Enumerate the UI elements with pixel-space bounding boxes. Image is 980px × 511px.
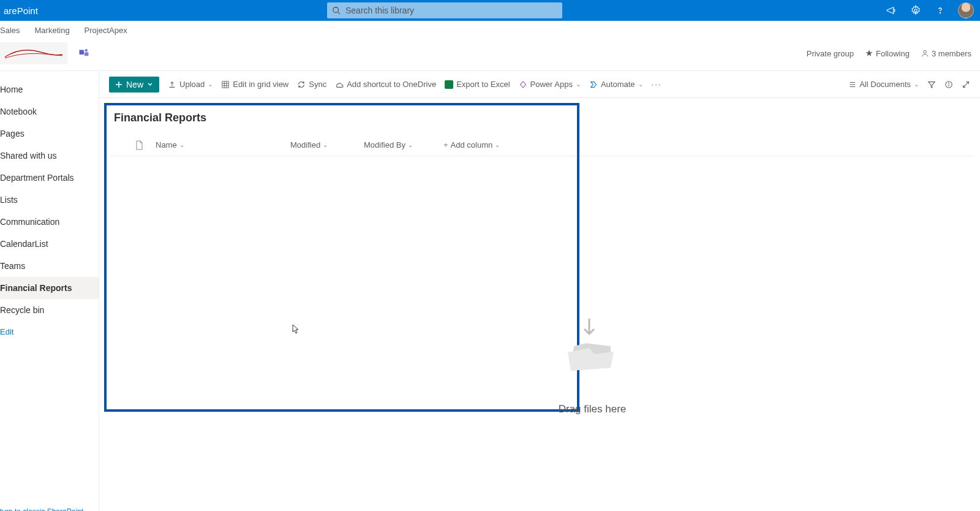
members-button[interactable]: 3 members [921,49,971,58]
chevron-down-icon: ⌄ [208,81,213,88]
classic-link[interactable]: turn to classic SharePoint [0,502,99,511]
nav-home[interactable]: Home [0,78,99,100]
site-header-right: Private group Following 3 members [807,49,980,58]
follow-button[interactable]: Following [865,49,910,58]
suite-bar: arePoint [0,0,980,21]
nav-financial-reports[interactable]: Financial Reports [0,277,99,299]
powerapps-button[interactable]: Power Apps ⌄ [519,80,581,89]
upload-label: Upload [179,80,205,89]
chevron-down-icon: ⌄ [576,81,581,88]
more-button[interactable]: ··· [652,80,662,89]
doc-icon [135,140,143,150]
shortcut-button[interactable]: Add shortcut to OneDrive [335,80,436,89]
col-add[interactable]: + Add column ⌄ [443,140,500,150]
sync-button[interactable]: Sync [297,80,326,89]
chevron-down-icon: ⌄ [179,142,184,148]
info-button[interactable] [944,80,953,89]
info-icon [944,80,953,89]
hub-link-projectapex[interactable]: ProjectApex [85,26,127,35]
chevron-down-icon: ⌄ [914,81,919,88]
cmd-bar-right: All Documents ⌄ [848,80,970,89]
chevron-down-icon: ⌄ [495,142,500,148]
svg-point-0 [333,7,339,13]
grid-label: Edit in grid view [233,80,288,89]
nav-pages[interactable]: Pages [0,123,99,145]
left-nav: Home Notebook Pages Shared with us Depar… [0,71,99,511]
hub-link-marketing[interactable]: Marketing [35,26,70,35]
nav-recycle[interactable]: Recycle bin [0,299,99,321]
search-box[interactable] [327,2,562,18]
svg-point-5 [85,49,88,52]
nav-lists[interactable]: Lists [0,189,99,211]
members-label: 3 members [932,49,971,58]
main: New Upload ⌄ Edit in grid view Sync Add … [99,71,980,511]
suite-right [884,2,980,18]
svg-rect-6 [85,52,89,56]
grid-icon [221,80,230,89]
upload-icon [168,80,176,89]
new-button[interactable]: New [109,77,159,93]
new-label: New [126,80,143,89]
col-modifiedby-label: Modified By [364,140,405,150]
export-button[interactable]: Export to Excel [445,80,510,89]
nav-teams[interactable]: Teams [0,255,99,277]
hub-link-sales[interactable]: Sales [0,26,20,35]
person-icon [921,49,929,58]
search-input[interactable] [345,6,557,15]
settings-gear-icon[interactable] [909,4,922,17]
col-modified-label: Modified [290,140,320,150]
svg-point-2 [914,9,918,12]
svg-point-7 [924,50,927,53]
col-modified[interactable]: Modified⌄ [290,140,364,150]
svg-rect-4 [80,50,85,55]
nav-edit-link[interactable]: Edit [0,321,99,343]
export-label: Export to Excel [456,80,510,89]
column-header-row: Name⌄ Modified⌄ Modified By⌄ + Add colum… [110,134,973,156]
automate-label: Automate [601,80,635,89]
library-title: Financial Reports [114,112,973,124]
svg-rect-8 [222,81,229,88]
megaphone-icon[interactable] [884,4,898,17]
chevron-down-icon: ⌄ [408,142,413,148]
sync-icon [297,80,306,89]
chevron-down-icon [147,81,153,88]
automate-icon [589,80,598,89]
filter-button[interactable] [927,80,936,89]
body: Home Notebook Pages Shared with us Depar… [0,71,980,511]
sync-label: Sync [309,80,326,89]
star-icon [865,49,873,58]
upload-button[interactable]: Upload ⌄ [168,80,213,89]
nav-calendar[interactable]: CalendarList [0,233,99,255]
expand-button[interactable] [962,80,970,89]
cursor-icon [292,324,300,336]
expand-icon [962,80,970,89]
nav-shared[interactable]: Shared with us [0,145,99,167]
folder-drop-icon [552,312,632,392]
chevron-down-icon: ⌄ [323,142,328,148]
automate-button[interactable]: Automate ⌄ [589,80,643,89]
svg-line-1 [338,12,341,15]
nav-comm[interactable]: Communication [0,211,99,233]
col-modified-by[interactable]: Modified By⌄ [364,140,443,150]
help-icon[interactable] [933,4,947,17]
powerapps-icon [519,80,527,89]
excel-icon [445,80,453,89]
col-name[interactable]: Name⌄ [156,140,290,150]
hub-nav: Sales Marketing ProjectApex [0,21,980,37]
library-area: Financial Reports Name⌄ Modified⌄ Modifi… [99,98,980,511]
nav-notebook[interactable]: Notebook [0,100,99,123]
view-selector[interactable]: All Documents ⌄ [848,80,919,89]
powerapps-label: Power Apps [530,80,573,89]
onedrive-icon [335,80,344,89]
avatar[interactable] [958,2,974,18]
privacy-label: Private group [807,49,854,58]
site-logo[interactable] [0,42,67,64]
nav-dept[interactable]: Department Portals [0,167,99,189]
teams-icon[interactable] [78,47,89,60]
follow-label: Following [876,49,910,58]
shortcut-label: Add shortcut to OneDrive [347,80,436,89]
col-add-label: Add column [451,140,493,150]
grid-button[interactable]: Edit in grid view [221,80,288,89]
svg-point-3 [940,12,940,13]
view-label: All Documents [859,80,911,89]
